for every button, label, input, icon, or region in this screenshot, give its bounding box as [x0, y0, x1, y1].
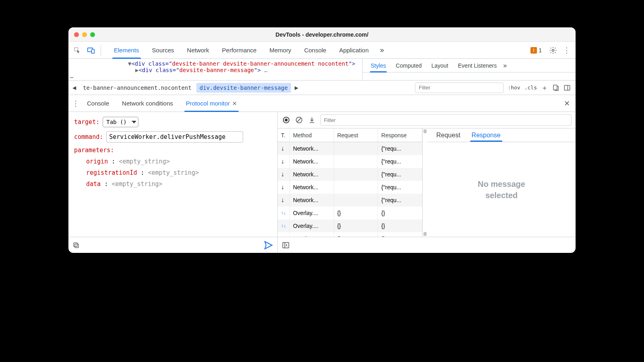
more-tabs-chevron-icon[interactable]: » [378, 46, 386, 54]
clear-icon[interactable] [295, 116, 303, 124]
main-tab-console[interactable]: Console [298, 42, 333, 59]
html-close: "> [349, 60, 355, 67]
arrow-updown-icon: ↑↓ [278, 219, 290, 232]
target-label: target: [74, 118, 99, 126]
pm-detail-tabs: RequestResponse [427, 128, 576, 142]
cls-toggle[interactable]: .cls [524, 85, 537, 91]
inspect-element-icon[interactable] [72, 45, 83, 56]
arrow-down-icon: ↓ [278, 194, 290, 207]
drawer-kebab-icon[interactable]: ⋮ [71, 99, 80, 108]
pm-row[interactable]: ↓Network...{"requ... [278, 168, 422, 181]
drawer-tab-label: Protocol monitor [186, 100, 230, 107]
pm-response: {"requ... [378, 155, 422, 168]
pm-method: Overlay.... [290, 232, 334, 237]
pm-footer [278, 237, 576, 253]
param-row-registrationId[interactable]: registrationId : <empty_string> [86, 169, 272, 176]
pm-table: T. Method Request Response ↓Network...{"… [278, 128, 423, 237]
breadcrumb-scroll-right-icon[interactable]: ▶ [293, 84, 301, 92]
main-tab-performance[interactable]: Performance [216, 42, 263, 59]
pm-row[interactable]: ↓Network...{"requ... [278, 194, 422, 207]
pm-row[interactable]: ↑↓Overlay....{}{} [278, 219, 422, 232]
drawer-tab-protocol-monitor[interactable]: Protocol monitor✕ [180, 95, 244, 112]
command-form: target: Tab () command: parameters: orig… [68, 112, 277, 237]
html-class-value: devsite-banner devsite-banner-announceme… [172, 60, 349, 67]
warning-icon: ! [530, 47, 537, 54]
target-select[interactable]: Tab () [103, 117, 138, 127]
kebab-menu-icon[interactable]: ⋮ [561, 45, 572, 56]
download-icon[interactable] [308, 116, 316, 124]
side-tab-layout[interactable]: Layout [427, 59, 453, 72]
param-value: <empty_string> [148, 169, 199, 176]
drawer-tab-console[interactable]: Console [80, 95, 116, 112]
breadcrumb-scroll-left-icon[interactable]: ◀ [70, 84, 78, 92]
side-tab-event-listeners[interactable]: Event Listeners [453, 59, 502, 72]
pm-request: {} [334, 219, 378, 232]
devtools-window: DevTools - developer.chrome.com/ Element… [68, 27, 576, 253]
collapse-left-icon[interactable] [282, 241, 290, 249]
main-toolbar: ElementsSourcesNetworkPerformanceMemoryC… [68, 42, 576, 59]
main-tab-memory[interactable]: Memory [263, 42, 297, 59]
pm-table-header: T. Method Request Response [278, 128, 422, 142]
param-value: <empty_string> [119, 158, 169, 165]
parameters-label: parameters: [74, 147, 114, 154]
warnings-badge[interactable]: ! 1 [530, 47, 542, 54]
warnings-count: 1 [539, 47, 542, 54]
main-tab-network[interactable]: Network [181, 42, 216, 59]
command-footer [68, 237, 277, 253]
pm-detail-tab-request[interactable]: Request [431, 128, 466, 142]
param-row-data[interactable]: data : <empty_string> [86, 180, 272, 188]
side-tabs-overflow-icon[interactable]: » [503, 62, 507, 69]
record-icon[interactable] [282, 116, 291, 124]
main-tab-elements[interactable]: Elements [107, 42, 146, 59]
pm-scrollbar[interactable] [423, 128, 427, 237]
settings-gear-icon[interactable] [547, 45, 559, 56]
pm-row[interactable]: ↑↓Overlay....{}{} [278, 232, 422, 237]
copy-command-icon[interactable] [72, 242, 80, 249]
drawer-tab-label: Network conditions [122, 100, 173, 107]
new-style-rule-icon[interactable]: ＋ [541, 83, 548, 93]
main-tab-sources[interactable]: Sources [146, 42, 181, 59]
window-title: DevTools - developer.chrome.com/ [68, 31, 576, 38]
close-tab-icon[interactable]: ✕ [232, 100, 237, 107]
pm-row[interactable]: ↓Network...{"requ... [278, 142, 422, 155]
drawer-tab-network-conditions[interactable]: Network conditions [116, 95, 180, 112]
svg-point-3 [552, 49, 554, 51]
param-name: origin [86, 158, 108, 165]
pm-filter-input[interactable] [320, 114, 572, 126]
styles-tabs: StylesComputedLayoutEvent Listeners» [363, 59, 576, 72]
param-row-origin[interactable]: origin : <empty_string> [86, 158, 272, 165]
pm-detail-tab-response[interactable]: Response [466, 128, 506, 142]
computed-styles-icon[interactable] [552, 84, 559, 91]
toggle-sidebar-icon[interactable] [564, 84, 571, 91]
elements-tree[interactable]: ▼<div class="devsite-banner devsite-bann… [68, 59, 362, 80]
col-response[interactable]: Response [378, 128, 422, 142]
pm-row[interactable]: ↓Network...{"requ... [278, 155, 422, 168]
maximize-window-button[interactable] [90, 32, 95, 37]
device-toolbar-icon[interactable] [85, 45, 97, 56]
pm-row[interactable]: ↑↓Overlay....{}{} [278, 207, 422, 219]
elements-panel: ▼<div class="devsite-banner devsite-bann… [68, 59, 576, 81]
close-drawer-icon[interactable]: ✕ [564, 99, 570, 108]
protocol-monitor-messages-pane: T. Method Request Response ↓Network...{"… [278, 112, 576, 253]
pm-row[interactable]: ↓Network...{"requ... [278, 181, 422, 194]
command-input[interactable] [106, 131, 243, 143]
side-tab-computed[interactable]: Computed [391, 59, 427, 72]
col-request[interactable]: Request [334, 128, 378, 142]
svg-rect-2 [92, 49, 95, 53]
close-window-button[interactable] [74, 32, 79, 37]
svg-rect-5 [564, 85, 570, 90]
col-type[interactable]: T. [278, 128, 290, 142]
breadcrumb-item-selected[interactable]: div.devsite-banner-message [196, 83, 291, 93]
col-method[interactable]: Method [290, 128, 334, 142]
styles-filter-input[interactable] [415, 83, 504, 93]
pm-response: {"requ... [378, 181, 422, 194]
main-tab-application[interactable]: Application [333, 42, 375, 59]
send-command-icon[interactable] [264, 240, 273, 250]
arrow-down-icon: ↓ [278, 142, 290, 155]
side-tab-styles[interactable]: Styles [366, 59, 391, 72]
pm-response: {} [378, 207, 422, 219]
minimize-window-button[interactable] [82, 32, 87, 37]
pm-response: {} [378, 232, 422, 237]
hov-toggle[interactable]: :hov [508, 85, 520, 91]
breadcrumb-item[interactable]: te-banner-announcement.nocontent [80, 83, 195, 93]
